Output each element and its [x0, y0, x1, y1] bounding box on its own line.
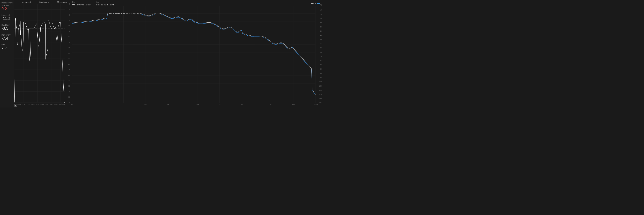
- true-peak-metric: True peak 0.2: [2, 4, 12, 11]
- loudness-canvas: [14, 0, 70, 108]
- play-button[interactable]: [14, 104, 17, 106]
- legend-short-term: Short-term: [34, 1, 48, 3]
- lra-value: 7.7: [2, 46, 12, 50]
- channel-l-icon: [310, 4, 314, 4]
- momentary-metric: Momentary -7.4: [2, 34, 12, 40]
- right-panel: Start 00:00:00.000 End 00:03:38.253 L R: [70, 0, 322, 108]
- legend-momentary-label: Momentary: [57, 1, 67, 3]
- short-term-metric: Short-term -8.3: [2, 24, 12, 30]
- legend-short-term-label: Short-term: [39, 1, 48, 3]
- short-term-line-icon: [34, 2, 38, 2]
- integrated-metric: Integrated -11.2: [2, 14, 12, 21]
- spectrum-canvas: [70, 0, 322, 108]
- end-time-block: End 00:03:38.253: [96, 1, 114, 6]
- start-value: 00:00:00.000: [72, 3, 90, 6]
- channel-r-box: R: [315, 2, 320, 4]
- legend-integrated-label: Integrated: [22, 1, 31, 3]
- lra-metric: LRA 7.7: [2, 44, 12, 50]
- svg-marker-0: [15, 104, 16, 106]
- channel-l-box: L: [309, 2, 314, 4]
- momentary-value: -7.4: [2, 36, 12, 40]
- lra-label: LRA: [2, 44, 12, 46]
- start-label: Start: [72, 1, 90, 3]
- channel-r-label: R: [315, 2, 316, 4]
- left-panel: Measurement True peak 0.2 Integrated -11…: [0, 0, 70, 108]
- loudness-chart-area: Integrated Short-term Momentary: [14, 0, 70, 108]
- channel-r-icon: [317, 4, 320, 4]
- legend-momentary: Momentary: [52, 1, 67, 3]
- spectrum-header: Start 00:00:00.000 End 00:03:38.253 L R: [72, 1, 320, 6]
- metrics-sidebar: Measurement True peak 0.2 Integrated -11…: [0, 0, 14, 108]
- end-label: End: [96, 1, 114, 3]
- chart-legend: Integrated Short-term Momentary: [14, 1, 70, 3]
- momentary-label: Momentary: [2, 34, 12, 36]
- start-time-block: Start 00:00:00.000: [72, 1, 90, 6]
- true-peak-value: 0.2: [2, 7, 12, 11]
- measurement-label: Measurement: [2, 2, 12, 4]
- integrated-value: -11.2: [2, 16, 12, 21]
- channel-l-label: L: [309, 2, 310, 4]
- integrated-line-icon: [17, 2, 21, 2]
- end-value: 00:03:38.253: [96, 3, 114, 6]
- legend-integrated: Integrated: [17, 1, 31, 3]
- short-term-value: -8.3: [2, 26, 12, 30]
- channel-legend: L R: [309, 2, 320, 4]
- momentary-line-icon: [52, 2, 56, 2]
